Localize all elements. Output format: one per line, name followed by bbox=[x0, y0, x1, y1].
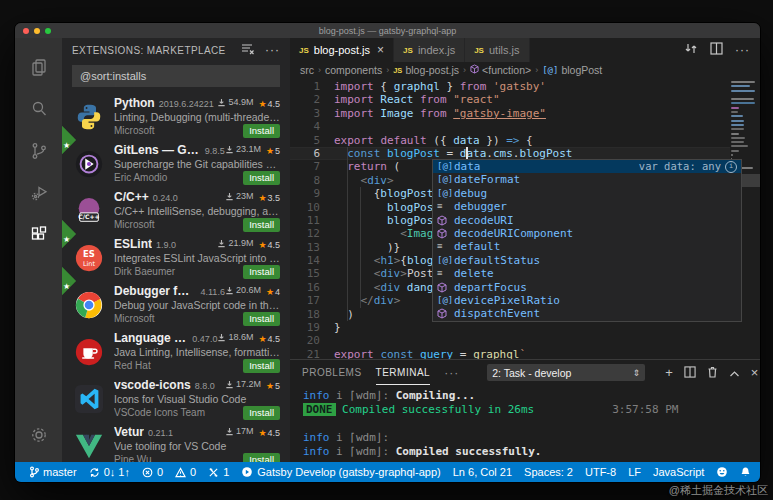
title-bar: blog-post.js — gatsby-graphql-app bbox=[15, 23, 760, 38]
extension-list-item[interactable]: ★Debugger for C...4.11.620.6M★4Debug you… bbox=[62, 281, 290, 328]
extension-description: Supercharge the Git capabilities bui... bbox=[114, 158, 280, 170]
editor-more-actions-icon[interactable]: ··· bbox=[735, 43, 750, 57]
status-item-1[interactable]: 1 bbox=[202, 462, 235, 482]
status-item-ln-6-col-21[interactable]: Ln 6, Col 21 bbox=[447, 462, 518, 482]
suggestion-item[interactable]: decodeURIComponent bbox=[433, 227, 741, 240]
extension-list-item[interactable]: Vetur0.21.117M★4.5Vue tooling for VS Cod… bbox=[62, 422, 290, 462]
recommended-star-icon: ★ bbox=[63, 141, 70, 150]
extension-author: VSCode Icons Team bbox=[114, 407, 243, 418]
search-icon[interactable] bbox=[15, 88, 62, 130]
code-line: 20 bbox=[290, 334, 730, 347]
tab-utils[interactable]: JS utils.js bbox=[465, 38, 529, 62]
download-count: 18.6M bbox=[217, 332, 253, 342]
status-item-smiley-icon[interactable] bbox=[710, 462, 734, 482]
status-item-master[interactable]: master bbox=[23, 462, 83, 482]
status-item-0-1[interactable]: 0↓ 1↑ bbox=[83, 462, 136, 482]
suggestion-item[interactable]: dispatchEvent bbox=[433, 307, 741, 320]
minimap[interactable] bbox=[731, 81, 755, 171]
extension-rating: 4 bbox=[275, 287, 280, 297]
suggestion-item[interactable]: [@]defaultStatus bbox=[433, 254, 741, 267]
extension-rating: 4.5 bbox=[267, 428, 280, 438]
breadcrumb-components[interactable]: components bbox=[325, 64, 382, 76]
tab-problems[interactable]: PROBLEMS bbox=[302, 360, 362, 385]
suggestion-label: departFocus bbox=[454, 281, 527, 294]
install-button[interactable]: Install bbox=[243, 453, 280, 463]
suggestion-label: decodeURIComponent bbox=[454, 227, 573, 240]
suggestion-item[interactable]: [@]dateFormat bbox=[433, 173, 741, 186]
extension-list-item[interactable]: C/C++C/C++0.24.023M★3.5C/C++ IntelliSens… bbox=[62, 187, 290, 234]
install-button[interactable]: Install bbox=[243, 265, 280, 279]
suggestion-item[interactable]: departFocus bbox=[433, 281, 741, 294]
status-item-0[interactable]: 0 bbox=[136, 462, 169, 482]
install-button[interactable]: Install bbox=[243, 124, 280, 138]
terminal-select[interactable]: 2: Task - develop ⇕ bbox=[487, 364, 645, 381]
terminal-output[interactable]: info i ⌈wdm⌋: Compiling...DONE Compiled … bbox=[290, 385, 760, 462]
status-label: UTF-8 bbox=[585, 466, 616, 478]
debug-icon[interactable] bbox=[15, 172, 62, 214]
status-label: 1 bbox=[223, 466, 229, 478]
install-button[interactable]: Install bbox=[243, 171, 280, 185]
status-item-0[interactable]: 0 bbox=[169, 462, 202, 482]
settings-gear-icon[interactable] bbox=[15, 414, 62, 456]
suggestion-item[interactable]: [@]devicePixelRatio bbox=[433, 294, 741, 307]
status-item-bell-icon[interactable] bbox=[734, 462, 757, 482]
install-button[interactable]: Install bbox=[243, 359, 280, 373]
new-terminal-icon[interactable]: + bbox=[665, 366, 673, 379]
close-tab-icon[interactable]: × bbox=[377, 43, 384, 57]
install-button[interactable]: Install bbox=[243, 312, 280, 326]
suggestion-item[interactable]: ≡default bbox=[433, 240, 741, 253]
breadcrumb-function[interactable]: <function> bbox=[482, 64, 531, 76]
extension-author: Red Hat bbox=[114, 360, 243, 371]
open-changes-icon[interactable] bbox=[684, 41, 698, 59]
suggestion-item[interactable]: decodeURI bbox=[433, 214, 741, 227]
tools-icon bbox=[208, 467, 219, 478]
tab-index[interactable]: JS index.js bbox=[394, 38, 465, 62]
star-icon: ★ bbox=[266, 146, 274, 156]
breadcrumb-src[interactable]: src bbox=[300, 64, 314, 76]
status-item-utf-8[interactable]: UTF-8 bbox=[579, 462, 622, 482]
suggestion-item[interactable]: [@]debug bbox=[433, 187, 741, 200]
panel-header: PROBLEMS TERMINAL ··· 2: Task - develop … bbox=[290, 360, 760, 385]
suggestion-item[interactable]: [@]datavar data: anyi bbox=[433, 160, 741, 173]
explorer-icon[interactable] bbox=[15, 46, 62, 88]
kill-terminal-icon[interactable] bbox=[707, 364, 718, 382]
split-terminal-icon[interactable] bbox=[684, 364, 696, 382]
breadcrumb-file[interactable]: blog-post.js bbox=[405, 64, 459, 76]
status-item-gatsby-develop-gatsby-graphql-app[interactable]: Gatsby Develop (gatsby-graphql-app) bbox=[235, 462, 446, 482]
code-line: 2import React from "react" bbox=[290, 93, 730, 106]
tab-blog-post[interactable]: JS blog-post.js × bbox=[290, 38, 394, 62]
split-editor-icon[interactable] bbox=[710, 41, 723, 59]
source-control-icon[interactable] bbox=[15, 130, 62, 172]
cpp-logo: C/C++ bbox=[72, 194, 106, 228]
suggestion-item[interactable]: ≡delete bbox=[433, 267, 741, 280]
extension-list-item[interactable]: Python2019.6.2422154.9M★4.5Linting, Debu… bbox=[62, 93, 290, 140]
extensions-search-input[interactable]: @sort:installs bbox=[72, 65, 280, 87]
close-panel-icon[interactable]: × bbox=[751, 366, 759, 379]
smiley-icon bbox=[716, 466, 728, 478]
install-button[interactable]: Install bbox=[243, 218, 280, 232]
extension-list-item[interactable]: ★ESLintESLint1.9.021.9M★4.5Integrates ES… bbox=[62, 234, 290, 281]
status-item-javascript[interactable]: JavaScript bbox=[647, 462, 710, 482]
panel-more-actions-icon[interactable]: ··· bbox=[444, 366, 459, 380]
suggestion-item[interactable]: ≡debugger bbox=[433, 200, 741, 213]
maximize-panel-icon[interactable] bbox=[729, 364, 740, 382]
extension-description: C/C++ IntelliSense, debugging, and... bbox=[114, 205, 280, 217]
breadcrumb-blogpost[interactable]: blogPost bbox=[561, 64, 602, 76]
tab-terminal[interactable]: TERMINAL bbox=[376, 360, 431, 385]
status-item-spaces-2[interactable]: Spaces: 2 bbox=[518, 462, 579, 482]
install-button[interactable]: Install bbox=[243, 406, 280, 420]
tab-label: blog-post.js bbox=[314, 44, 370, 56]
suggestion-label: devicePixelRatio bbox=[454, 294, 560, 307]
svg-text:Lint: Lint bbox=[83, 259, 96, 267]
extension-list-item[interactable]: vscode-icons8.8.017.2M★5Icons for Visual… bbox=[62, 375, 290, 422]
extension-list-item[interactable]: ★GitLens — Git su...9.8.523.1M★5Supercha… bbox=[62, 140, 290, 187]
status-item-lf[interactable]: LF bbox=[622, 462, 647, 482]
extension-version: 2019.6.24221 bbox=[159, 99, 214, 109]
js-file-icon: JS bbox=[393, 66, 402, 75]
sidebar-more-actions-icon[interactable]: ··· bbox=[265, 43, 280, 57]
clear-extensions-filter-icon[interactable] bbox=[241, 41, 255, 59]
status-label: Spaces: 2 bbox=[524, 466, 573, 478]
extensions-icon[interactable] bbox=[15, 214, 62, 256]
code-editor[interactable]: 1import { graphql } from 'gatsby'2import… bbox=[290, 78, 760, 359]
extension-list-item[interactable]: Language Sup...0.47.018.6M★4.5Java Linti… bbox=[62, 328, 290, 375]
